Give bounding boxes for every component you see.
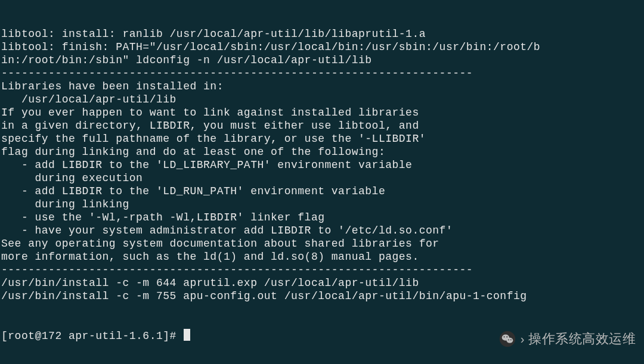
terminal-line: during linking <box>1 198 644 211</box>
terminal-line: specify the full pathname of the library… <box>1 132 644 145</box>
terminal-line: - have your system administrator add LIB… <box>1 224 644 237</box>
terminal-prompt: [root@172 apr-util-1.6.1]# <box>1 330 183 342</box>
terminal-line: in:/root/bin:/sbin" ldconfig -n /usr/loc… <box>1 54 644 67</box>
terminal-line: - add LIBDIR to the 'LD_LIBRARY_PATH' en… <box>1 158 644 172</box>
terminal-line: during execution <box>1 172 644 185</box>
terminal-prompt-line[interactable]: [root@172 apr-util-1.6.1]# <box>1 329 644 343</box>
terminal-line: flag during linking and do at least one … <box>1 145 644 158</box>
terminal-line: - add LIBDIR to the 'LD_RUN_PATH' enviro… <box>1 185 644 198</box>
terminal-line: See any operating system documentation a… <box>1 237 644 250</box>
terminal[interactable]: libtool: install: ranlib /usr/local/apr-… <box>0 0 644 364</box>
terminal-line: more information, such as the ld(1) and … <box>1 250 644 263</box>
terminal-line: - use the '-Wl,-rpath -Wl,LIBDIR' linker… <box>1 211 644 224</box>
terminal-line: ----------------------------------------… <box>1 67 644 80</box>
terminal-line: libtool: finish: PATH="/usr/local/sbin:/… <box>1 41 644 54</box>
terminal-output: libtool: install: ranlib /usr/local/apr-… <box>1 27 644 303</box>
terminal-line: ----------------------------------------… <box>1 263 644 276</box>
terminal-line: libtool: install: ranlib /usr/local/apr-… <box>1 27 644 41</box>
terminal-line: If you ever happen to want to link again… <box>1 106 644 119</box>
terminal-line: /usr/local/apr-util/lib <box>1 93 644 106</box>
cursor-icon <box>184 329 190 341</box>
terminal-line: /usr/bin/install -c -m 644 aprutil.exp /… <box>1 276 644 290</box>
terminal-line: /usr/bin/install -c -m 755 apu-config.ou… <box>1 290 644 303</box>
terminal-line: in a given directory, LIBDIR, you must e… <box>1 119 644 132</box>
terminal-line: Libraries have been installed in: <box>1 80 644 93</box>
